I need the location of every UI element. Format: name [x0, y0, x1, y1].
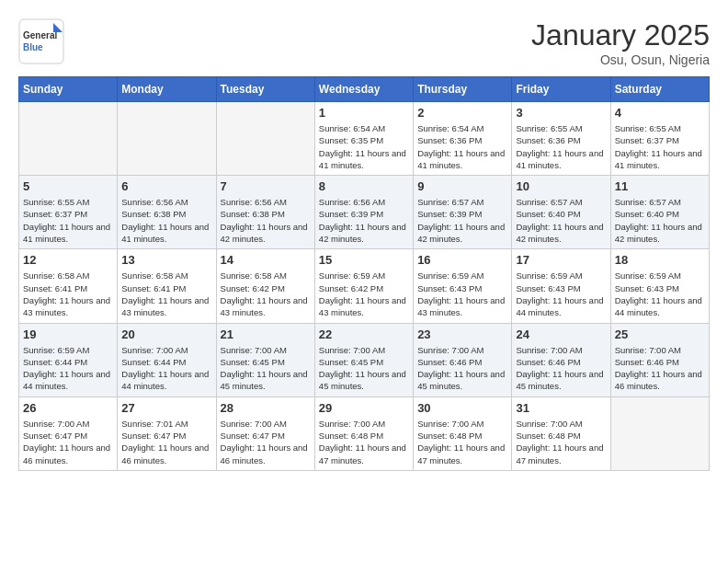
- day-info: Sunrise: 7:01 AM Sunset: 6:47 PM Dayligh…: [121, 418, 211, 466]
- day-info: Sunrise: 6:59 AM Sunset: 6:44 PM Dayligh…: [23, 344, 113, 393]
- day-info: Sunrise: 6:58 AM Sunset: 6:41 PM Dayligh…: [23, 270, 113, 318]
- svg-text:General: General: [23, 30, 57, 40]
- calendar-cell: 19 Sunrise: 6:59 AM Sunset: 6:44 PM Dayl…: [19, 323, 118, 396]
- calendar-cell: 28 Sunrise: 7:00 AM Sunset: 6:47 PM Dayl…: [216, 396, 314, 470]
- day-info: Sunrise: 6:57 AM Sunset: 6:40 PM Dayligh…: [516, 196, 606, 245]
- day-info: Sunrise: 7:00 AM Sunset: 6:45 PM Dayligh…: [221, 344, 311, 393]
- day-number: 23: [417, 327, 507, 341]
- calendar-cell: [118, 102, 216, 176]
- calendar-cell: 7 Sunrise: 6:56 AM Sunset: 6:38 PM Dayli…: [216, 176, 314, 249]
- calendar-cell: 8 Sunrise: 6:56 AM Sunset: 6:39 PM Dayli…: [314, 176, 413, 249]
- logo-icon: General Blue: [18, 18, 64, 64]
- calendar-cell: 4 Sunrise: 6:55 AM Sunset: 6:37 PM Dayli…: [610, 102, 709, 176]
- day-info: Sunrise: 6:59 AM Sunset: 6:42 PM Dayligh…: [319, 270, 409, 318]
- calendar-cell: [610, 396, 709, 470]
- day-number: 30: [417, 401, 507, 415]
- day-number: 20: [121, 327, 211, 341]
- day-number: 13: [121, 253, 211, 267]
- day-info: Sunrise: 7:00 AM Sunset: 6:45 PM Dayligh…: [319, 344, 409, 393]
- calendar-cell: 10 Sunrise: 6:57 AM Sunset: 6:40 PM Dayl…: [512, 176, 610, 249]
- day-info: Sunrise: 7:00 AM Sunset: 6:46 PM Dayligh…: [615, 344, 705, 393]
- day-info: Sunrise: 6:57 AM Sunset: 6:40 PM Dayligh…: [615, 196, 705, 245]
- location-subtitle: Osu, Osun, Nigeria: [531, 52, 710, 67]
- day-info: Sunrise: 6:59 AM Sunset: 6:43 PM Dayligh…: [615, 270, 705, 318]
- calendar-cell: 31 Sunrise: 7:00 AM Sunset: 6:48 PM Dayl…: [512, 396, 610, 470]
- header-thursday: Thursday: [414, 77, 512, 102]
- logo: General Blue: [18, 18, 64, 64]
- svg-text:Blue: Blue: [23, 42, 43, 52]
- calendar-cell: 27 Sunrise: 7:01 AM Sunset: 6:47 PM Dayl…: [118, 396, 216, 470]
- day-number: 6: [121, 179, 211, 193]
- day-info: Sunrise: 6:55 AM Sunset: 6:37 PM Dayligh…: [23, 196, 113, 245]
- day-info: Sunrise: 6:56 AM Sunset: 6:38 PM Dayligh…: [121, 196, 211, 245]
- day-info: Sunrise: 6:58 AM Sunset: 6:42 PM Dayligh…: [221, 270, 311, 318]
- day-number: 17: [516, 253, 606, 267]
- day-number: 31: [516, 401, 606, 415]
- day-info: Sunrise: 7:00 AM Sunset: 6:47 PM Dayligh…: [23, 418, 113, 466]
- calendar-cell: 1 Sunrise: 6:54 AM Sunset: 6:35 PM Dayli…: [314, 102, 413, 176]
- calendar-cell: 14 Sunrise: 6:58 AM Sunset: 6:42 PM Dayl…: [216, 249, 314, 323]
- day-number: 4: [615, 106, 705, 120]
- day-number: 22: [319, 327, 409, 341]
- day-info: Sunrise: 6:55 AM Sunset: 6:37 PM Dayligh…: [615, 122, 705, 171]
- day-number: 29: [319, 401, 409, 415]
- day-number: 16: [417, 253, 507, 267]
- calendar-cell: 2 Sunrise: 6:54 AM Sunset: 6:36 PM Dayli…: [414, 102, 512, 176]
- day-info: Sunrise: 7:00 AM Sunset: 6:44 PM Dayligh…: [121, 344, 211, 393]
- day-number: 19: [23, 327, 113, 341]
- calendar-cell: 3 Sunrise: 6:55 AM Sunset: 6:36 PM Dayli…: [512, 102, 610, 176]
- calendar-cell: 16 Sunrise: 6:59 AM Sunset: 6:43 PM Dayl…: [414, 249, 512, 323]
- calendar-cell: 24 Sunrise: 7:00 AM Sunset: 6:46 PM Dayl…: [512, 323, 610, 396]
- day-info: Sunrise: 6:59 AM Sunset: 6:43 PM Dayligh…: [417, 270, 507, 318]
- calendar-cell: 17 Sunrise: 6:59 AM Sunset: 6:43 PM Dayl…: [512, 249, 610, 323]
- day-number: 27: [121, 401, 211, 415]
- calendar-week-row: 1 Sunrise: 6:54 AM Sunset: 6:35 PM Dayli…: [19, 102, 710, 176]
- calendar-cell: 6 Sunrise: 6:56 AM Sunset: 6:38 PM Dayli…: [118, 176, 216, 249]
- day-info: Sunrise: 7:00 AM Sunset: 6:46 PM Dayligh…: [516, 344, 606, 393]
- day-number: 28: [221, 401, 311, 415]
- calendar-week-row: 26 Sunrise: 7:00 AM Sunset: 6:47 PM Dayl…: [19, 396, 710, 470]
- header-wednesday: Wednesday: [314, 77, 413, 102]
- day-number: 3: [516, 106, 606, 120]
- calendar-cell: 13 Sunrise: 6:58 AM Sunset: 6:41 PM Dayl…: [118, 249, 216, 323]
- day-info: Sunrise: 7:00 AM Sunset: 6:47 PM Dayligh…: [221, 418, 311, 466]
- day-number: 11: [615, 179, 705, 193]
- calendar-week-row: 19 Sunrise: 6:59 AM Sunset: 6:44 PM Dayl…: [19, 323, 710, 396]
- day-info: Sunrise: 6:55 AM Sunset: 6:36 PM Dayligh…: [516, 122, 606, 171]
- day-number: 15: [319, 253, 409, 267]
- calendar-cell: [19, 102, 118, 176]
- day-info: Sunrise: 6:54 AM Sunset: 6:35 PM Dayligh…: [319, 122, 409, 171]
- day-number: 10: [516, 179, 606, 193]
- calendar-cell: 26 Sunrise: 7:00 AM Sunset: 6:47 PM Dayl…: [19, 396, 118, 470]
- calendar-cell: 15 Sunrise: 6:59 AM Sunset: 6:42 PM Dayl…: [314, 249, 413, 323]
- day-number: 25: [615, 327, 705, 341]
- day-number: 24: [516, 327, 606, 341]
- day-info: Sunrise: 6:56 AM Sunset: 6:38 PM Dayligh…: [221, 196, 311, 245]
- day-info: Sunrise: 7:00 AM Sunset: 6:46 PM Dayligh…: [417, 344, 507, 393]
- day-number: 2: [417, 106, 507, 120]
- day-info: Sunrise: 6:54 AM Sunset: 6:36 PM Dayligh…: [417, 122, 507, 171]
- day-number: 18: [615, 253, 705, 267]
- day-number: 7: [221, 179, 311, 193]
- day-info: Sunrise: 7:00 AM Sunset: 6:48 PM Dayligh…: [516, 418, 606, 466]
- day-number: 26: [23, 401, 113, 415]
- title-block: January 2025 Osu, Osun, Nigeria: [531, 18, 710, 67]
- day-info: Sunrise: 6:58 AM Sunset: 6:41 PM Dayligh…: [121, 270, 211, 318]
- calendar-week-row: 12 Sunrise: 6:58 AM Sunset: 6:41 PM Dayl…: [19, 249, 710, 323]
- month-year-title: January 2025: [531, 18, 710, 52]
- calendar-cell: 18 Sunrise: 6:59 AM Sunset: 6:43 PM Dayl…: [610, 249, 709, 323]
- calendar-week-row: 5 Sunrise: 6:55 AM Sunset: 6:37 PM Dayli…: [19, 176, 710, 249]
- calendar-cell: 9 Sunrise: 6:57 AM Sunset: 6:39 PM Dayli…: [414, 176, 512, 249]
- day-info: Sunrise: 7:00 AM Sunset: 6:48 PM Dayligh…: [319, 418, 409, 466]
- day-number: 21: [221, 327, 311, 341]
- calendar-cell: 12 Sunrise: 6:58 AM Sunset: 6:41 PM Dayl…: [19, 249, 118, 323]
- day-info: Sunrise: 7:00 AM Sunset: 6:48 PM Dayligh…: [417, 418, 507, 466]
- day-number: 12: [23, 253, 113, 267]
- calendar-cell: 20 Sunrise: 7:00 AM Sunset: 6:44 PM Dayl…: [118, 323, 216, 396]
- header-friday: Friday: [512, 77, 610, 102]
- svg-rect-0: [19, 19, 63, 63]
- calendar-cell: 29 Sunrise: 7:00 AM Sunset: 6:48 PM Dayl…: [314, 396, 413, 470]
- calendar-cell: [216, 102, 314, 176]
- day-info: Sunrise: 6:56 AM Sunset: 6:39 PM Dayligh…: [319, 196, 409, 245]
- day-number: 5: [23, 179, 113, 193]
